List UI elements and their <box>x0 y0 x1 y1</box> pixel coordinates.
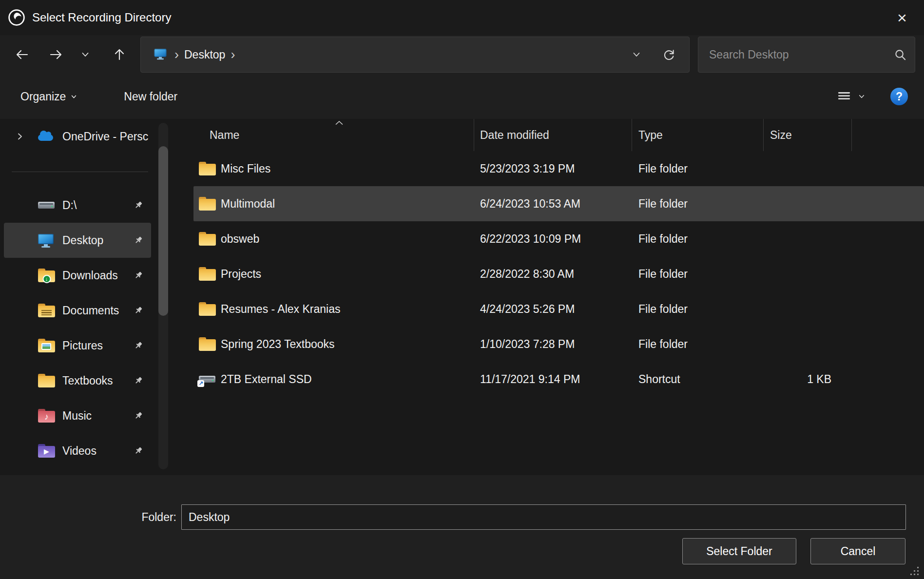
pin-icon[interactable] <box>129 341 148 350</box>
file-type: File folder <box>632 197 764 211</box>
file-row[interactable]: Projects 2/28/2022 8:30 AM File folder <box>193 256 924 291</box>
file-row[interactable]: Resumes - Alex Kranias 4/24/2023 5:26 PM… <box>193 291 924 327</box>
resize-grip[interactable] <box>910 565 920 575</box>
file-row[interactable]: obsweb 6/22/2023 10:09 PM File folder <box>193 221 924 256</box>
address-dropdown-button[interactable] <box>632 50 641 59</box>
sidebar-item-label: Videos <box>62 444 129 458</box>
pin-icon[interactable] <box>129 200 148 210</box>
file-type: File folder <box>632 338 764 351</box>
chevron-down-icon <box>71 94 77 100</box>
column-header-size[interactable]: Size <box>764 119 852 151</box>
back-arrow-icon <box>15 48 29 61</box>
address-bar[interactable]: › Desktop › <box>140 37 690 73</box>
file-date: 6/22/2023 10:09 PM <box>474 232 632 246</box>
sidebar-item-label: Music <box>62 409 129 423</box>
desktop-monitor-icon <box>38 234 54 244</box>
folder-field-label: Folder: <box>0 504 176 530</box>
cancel-button[interactable]: Cancel <box>810 538 905 564</box>
close-button[interactable]: × <box>880 0 924 35</box>
pin-icon[interactable] <box>129 235 148 245</box>
file-rows: Misc Files 5/23/2023 3:19 PM File folder… <box>193 151 924 397</box>
new-folder-button[interactable]: New folder <box>124 90 177 103</box>
download-arrow-icon: ↓ <box>42 275 51 283</box>
chevron-down-icon <box>632 50 641 59</box>
select-folder-button[interactable]: Select Folder <box>682 538 796 564</box>
pin-icon[interactable] <box>129 376 148 386</box>
recent-locations-button[interactable] <box>73 40 97 69</box>
file-row[interactable]: ↗ 2TB External SSD 11/17/2021 9:14 PM Sh… <box>193 362 924 397</box>
details-view-icon <box>837 89 851 104</box>
sidebar-item-textbooks[interactable]: Textbooks <box>4 363 151 398</box>
sidebar-item-videos[interactable]: ▶ Videos <box>4 433 151 468</box>
sidebar-item-documents[interactable]: Documents <box>4 293 151 328</box>
sidebar-item-label: Desktop <box>62 234 129 247</box>
sidebar-item-desktop[interactable]: Desktop <box>4 223 151 258</box>
forward-arrow-icon <box>49 48 63 61</box>
pin-icon[interactable] <box>129 446 148 456</box>
file-date: 2/28/2022 8:30 AM <box>474 268 632 281</box>
downloads-folder-icon: ↓ <box>38 269 55 282</box>
sidebar-item-downloads[interactable]: ↓ Downloads <box>4 258 151 293</box>
search-input[interactable] <box>708 48 890 62</box>
file-date: 4/24/2023 5:26 PM <box>474 303 632 316</box>
command-toolbar: Organize New folder ? <box>0 74 924 119</box>
sidebar-item-music[interactable]: ♪ Music <box>4 398 151 433</box>
file-row[interactable]: Misc Files 5/23/2023 3:19 PM File folder <box>193 151 924 186</box>
window-title: Select Recording Directory <box>32 11 171 24</box>
file-name: Misc Files <box>221 162 270 175</box>
sidebar-item-label: Pictures <box>62 339 129 352</box>
file-type: Shortcut <box>632 373 764 386</box>
search-box[interactable] <box>698 37 915 73</box>
music-folder-icon: ♪ <box>38 409 55 423</box>
pin-icon[interactable] <box>129 306 148 315</box>
file-name: obsweb <box>221 232 259 246</box>
column-header-type[interactable]: Type <box>632 119 764 151</box>
column-header-name[interactable]: Name <box>173 119 474 151</box>
folder-icon <box>199 302 216 316</box>
file-row[interactable]: Spring 2023 Textbooks 1/10/2023 7:28 PM … <box>193 327 924 362</box>
file-row-highlighted[interactable]: Multimodal 6/24/2023 10:53 AM File folde… <box>193 186 924 221</box>
select-recording-directory-dialog: Select Recording Directory × › Desktop › <box>0 0 924 579</box>
obs-logo-icon <box>8 9 25 26</box>
sort-ascending-icon <box>334 120 344 126</box>
sidebar-item-d-drive[interactable]: D:\ <box>4 188 151 223</box>
help-button[interactable]: ? <box>890 88 908 105</box>
sidebar-item-label: Documents <box>62 304 129 317</box>
file-type: File folder <box>632 303 764 316</box>
music-note-icon: ♪ <box>38 412 55 422</box>
file-list: Name Date modified Type Size Misc Files … <box>173 119 924 475</box>
chevron-down-icon <box>81 50 90 59</box>
sidebar-item-label: D:\ <box>62 199 129 212</box>
file-date: 5/23/2023 3:19 PM <box>474 162 632 175</box>
refresh-icon <box>662 48 675 61</box>
sidebar-item-onedrive[interactable]: OneDrive - Persc <box>4 121 151 152</box>
column-header-date-modified[interactable]: Date modified <box>474 119 632 151</box>
desktop-location-icon <box>154 49 167 57</box>
folder-name-input[interactable] <box>181 504 906 530</box>
scrollbar-thumb[interactable] <box>158 146 168 316</box>
search-icon[interactable] <box>894 48 907 61</box>
refresh-button[interactable] <box>662 48 675 61</box>
expand-chevron-icon[interactable] <box>16 132 38 141</box>
dialog-footer: Folder: Select Folder Cancel <box>0 475 924 579</box>
back-button[interactable] <box>7 40 37 69</box>
file-name: Spring 2023 Textbooks <box>221 338 335 351</box>
file-size: 1 KB <box>764 373 846 386</box>
up-arrow-icon <box>113 48 126 61</box>
change-view-button[interactable] <box>837 89 865 104</box>
sidebar-item-pictures[interactable]: Pictures <box>4 328 151 363</box>
folder-icon <box>199 162 216 175</box>
forward-button[interactable] <box>41 40 71 69</box>
title-bar: Select Recording Directory × <box>0 0 924 35</box>
folder-icon <box>199 337 216 351</box>
sidebar-scrollbar[interactable] <box>155 119 173 475</box>
up-button[interactable] <box>105 40 134 69</box>
breadcrumb-chevron-icon[interactable]: › <box>225 47 240 62</box>
pin-icon[interactable] <box>129 411 148 421</box>
breadcrumb-location[interactable]: Desktop <box>184 48 225 61</box>
breadcrumb-chevron-icon[interactable]: › <box>169 47 184 62</box>
chevron-down-icon <box>858 93 865 100</box>
organize-button[interactable]: Organize <box>20 90 77 103</box>
pin-icon[interactable] <box>129 270 148 280</box>
pictures-folder-icon <box>38 339 55 352</box>
